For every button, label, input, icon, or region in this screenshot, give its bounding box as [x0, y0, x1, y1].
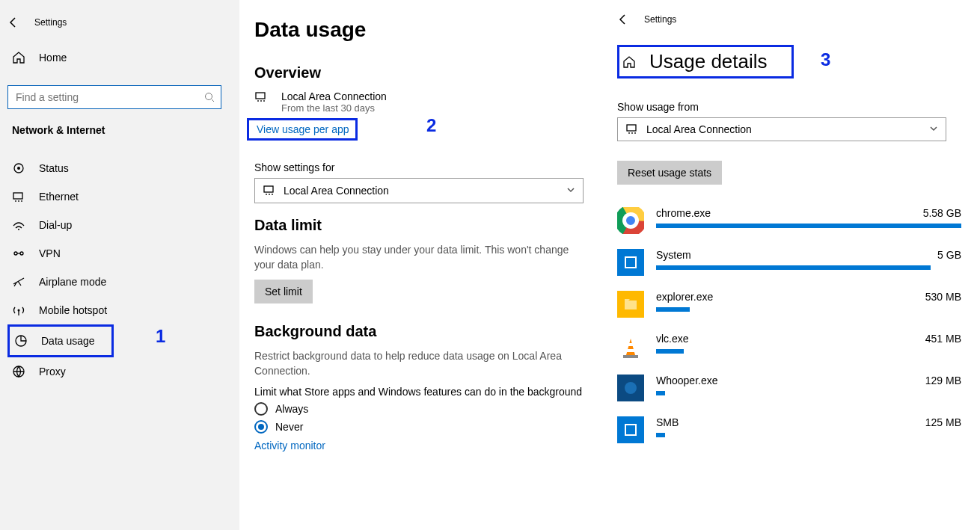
svg-marker-22	[626, 339, 635, 355]
svg-rect-21	[625, 301, 637, 309]
app-bar	[656, 224, 961, 228]
app-icon	[617, 249, 644, 276]
app-row[interactable]: explorer.exe530 MB	[617, 291, 961, 318]
app-bar	[656, 349, 961, 354]
show-usage-from-dropdown[interactable]: Local Area Connection	[617, 117, 946, 141]
dialup-icon	[12, 218, 25, 232]
status-icon	[12, 161, 25, 175]
svg-rect-20	[626, 258, 635, 267]
nav-label: Ethernet	[39, 191, 79, 203]
activity-monitor-link[interactable]: Activity monitor	[254, 440, 584, 452]
ethernet-icon	[625, 123, 639, 136]
app-name: explorer.exe	[656, 291, 713, 303]
chevron-down-icon	[566, 185, 575, 197]
usage-details-panel: Settings Usage details 3 Show usage from…	[602, 0, 976, 530]
connection-row: Local Area Connection From the last 30 d…	[254, 90, 584, 114]
svg-rect-25	[623, 355, 638, 358]
chevron-down-icon	[929, 123, 938, 135]
svg-point-26	[625, 382, 637, 394]
show-usage-from-label: Show usage from	[617, 101, 961, 113]
svg-rect-10	[256, 93, 265, 99]
app-usage-list: chrome.exe5.58 GBSystem5 GBexplorer.exe5…	[617, 207, 961, 443]
nav-airplane[interactable]: Airplane mode	[7, 268, 239, 296]
app-bar	[656, 265, 961, 270]
ethernet-icon	[263, 184, 276, 197]
back-arrow-icon[interactable]	[7, 16, 19, 28]
usage-details-title: Usage details	[649, 50, 768, 73]
nav-ethernet[interactable]: Ethernet	[7, 182, 239, 211]
right-topbar: Settings	[617, 4, 961, 34]
reset-usage-button[interactable]: Reset usage stats	[617, 161, 722, 185]
nav-label: Proxy	[39, 366, 66, 378]
nav-vpn[interactable]: VPN	[7, 239, 239, 268]
app-bar	[656, 391, 961, 395]
radio-never[interactable]: Never	[254, 420, 584, 434]
nav-status[interactable]: Status	[7, 154, 239, 182]
nav-dialup[interactable]: Dial-up	[7, 211, 239, 239]
app-name: vlc.exe	[656, 333, 689, 345]
radio-label: Never	[275, 421, 303, 433]
show-settings-label: Show settings for	[254, 161, 584, 173]
svg-rect-12	[627, 125, 636, 131]
home-row[interactable]: Home	[7, 45, 239, 70]
annotation-1: 1	[156, 326, 165, 347]
nav-label: Mobile hotspot	[39, 304, 107, 316]
app-usage-value: 5.58 GB	[923, 207, 961, 219]
radio-always[interactable]: Always	[254, 402, 584, 416]
app-usage-value: 451 MB	[925, 333, 961, 345]
svg-point-4	[18, 229, 19, 230]
nav-label: Data usage	[41, 335, 95, 347]
svg-point-2	[17, 167, 20, 170]
ethernet-icon	[12, 190, 25, 203]
data-usage-icon	[14, 334, 28, 348]
annotation-2: 2	[426, 115, 436, 136]
sidebar: Settings Home Network & Internet Status …	[0, 0, 239, 530]
search-box[interactable]	[7, 85, 221, 109]
radio-icon	[254, 402, 268, 416]
view-usage-link[interactable]: View usage per app	[249, 123, 349, 135]
data-limit-header: Data limit	[254, 217, 584, 234]
app-icon	[617, 333, 644, 360]
nav-proxy[interactable]: Proxy	[7, 357, 239, 386]
home-label: Home	[39, 52, 67, 64]
app-row[interactable]: chrome.exe5.58 GB	[617, 207, 961, 234]
sidebar-topbar: Settings	[7, 7, 239, 37]
svg-point-0	[206, 93, 212, 100]
svg-rect-28	[626, 425, 635, 434]
app-icon	[617, 291, 644, 318]
app-row[interactable]: System5 GB	[617, 249, 961, 276]
app-usage-value: 530 MB	[925, 291, 961, 303]
app-name: Whooper.exe	[656, 375, 718, 386]
app-icon	[617, 375, 644, 401]
svg-point-6	[20, 252, 23, 255]
app-row[interactable]: Whooper.exe129 MB	[617, 375, 961, 401]
search-input[interactable]	[14, 90, 204, 104]
nav-data-usage[interactable]: Data usage	[7, 324, 114, 357]
usage-details-title-wrap: Usage details	[617, 45, 794, 78]
show-settings-dropdown[interactable]: Local Area Connection	[254, 178, 584, 203]
app-row[interactable]: vlc.exe451 MB	[617, 333, 961, 360]
right-topbar-label: Settings	[644, 14, 676, 25]
app-row[interactable]: SMB125 MB	[617, 416, 961, 443]
sidebar-topbar-label: Settings	[34, 17, 67, 28]
app-bar	[656, 433, 961, 437]
app-icon	[617, 416, 644, 443]
section-header: Network & Internet	[12, 124, 239, 136]
app-name: System	[656, 249, 691, 261]
nav-label: Dial-up	[39, 219, 72, 231]
svg-point-5	[14, 252, 17, 255]
nav-hotspot[interactable]: Mobile hotspot	[7, 296, 239, 324]
nav-label: VPN	[39, 247, 61, 259]
search-icon	[204, 92, 215, 102]
connection-sub: From the last 30 days	[281, 102, 387, 114]
home-icon	[12, 51, 25, 64]
svg-rect-11	[264, 186, 273, 192]
back-arrow-icon[interactable]	[617, 13, 629, 25]
vpn-icon	[12, 247, 25, 260]
home-icon[interactable]	[622, 55, 636, 69]
proxy-icon	[12, 365, 25, 378]
set-limit-button[interactable]: Set limit	[254, 280, 313, 303]
svg-rect-3	[13, 193, 22, 199]
app-bar	[656, 307, 961, 312]
ethernet-icon	[254, 90, 268, 104]
